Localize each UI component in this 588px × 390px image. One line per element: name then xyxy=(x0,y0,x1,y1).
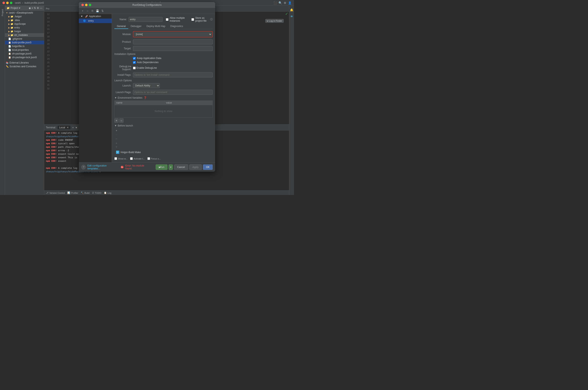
before-launch-down-btn[interactable]: ▼ xyxy=(114,145,118,149)
error-text: Error: No module found. xyxy=(125,164,151,170)
store-as-project-label: Store as project file xyxy=(195,16,209,22)
modal-min-btn[interactable] xyxy=(85,4,88,6)
minimize-button[interactable] xyxy=(6,2,9,4)
install-flags-input[interactable] xyxy=(133,72,213,77)
product-input[interactable] xyxy=(133,39,213,44)
env-expand-icon[interactable]: ▼ xyxy=(114,96,117,99)
maximize-button[interactable] xyxy=(10,2,12,4)
finder-icon[interactable]: ⬛ xyxy=(273,1,277,4)
root-item[interactable]: ▼ ceshi ~/Desktop/ceshi xyxy=(5,11,44,15)
ok-button[interactable]: OK xyxy=(203,164,213,170)
terminal-options-btn[interactable]: ▾ xyxy=(76,126,77,129)
keep-app-data-row: Keep Application Data xyxy=(114,57,213,60)
modal-tabs: General Debugger Deploy Multi Hap Diagno… xyxy=(114,24,213,29)
copy-config-btn[interactable]: ⎘ xyxy=(90,9,95,13)
tree-item-hvigor2[interactable]: ▶ 📁 hvigor xyxy=(5,30,44,33)
store-info-icon[interactable]: ⓘ xyxy=(210,18,213,21)
tab-diagnostics[interactable]: Diagnostics xyxy=(168,24,186,29)
tree-item-hvigor[interactable]: ▶ 📁 .hvigor xyxy=(5,15,44,18)
before-launch-item[interactable]: H Hvigor-Build Make xyxy=(114,150,213,155)
auto-deps-checkbox[interactable] xyxy=(133,61,136,64)
tree-item-scratches[interactable]: ✏️ Scratches and Consoles xyxy=(5,65,44,68)
tab-debugger[interactable]: Debugger xyxy=(128,24,144,29)
launch-flags-input[interactable] xyxy=(133,90,213,95)
log-in-finder-button[interactable]: w Log in Finder xyxy=(265,19,284,23)
name-input[interactable] xyxy=(129,17,162,22)
before-launch-edit-btn[interactable]: ✏ xyxy=(114,137,118,141)
status-todo[interactable]: ☑ TODO xyxy=(92,192,102,194)
install-flags-row: Install Flags: xyxy=(114,72,213,77)
term-err-1: npm ERR! xyxy=(46,132,57,134)
before-launch-up-btn[interactable]: ▲ xyxy=(114,141,118,145)
modal-tree-entry[interactable]: 🔵 entry xyxy=(79,19,112,23)
module-select[interactable]: [none] xyxy=(134,32,212,37)
tree-item-idea[interactable]: ▶ 📁 .idea xyxy=(5,18,44,22)
label-appscope: AppScope xyxy=(14,22,26,25)
modal-tree-application[interactable]: ▼ 🚀 Application xyxy=(79,14,112,19)
tree-item-build-profile[interactable]: 📋 build-profile.json5 xyxy=(5,41,44,44)
run-button[interactable]: ▶ Run xyxy=(156,164,167,170)
tab-deploy-multi-hap[interactable]: Deploy Multi Hap xyxy=(144,24,168,29)
tree-item-appscope[interactable]: ▶ 📁 AppScope xyxy=(5,22,44,26)
right-sidebar: 🔔 👁 xyxy=(289,6,294,195)
save-config-btn[interactable]: 💾 xyxy=(95,9,100,13)
collapse-icon[interactable]: ⇅ xyxy=(34,7,36,9)
modal-close-btn[interactable] xyxy=(81,4,84,6)
tree-item-gitignore[interactable]: 📄 .gitignore xyxy=(5,37,44,41)
help-question-btn[interactable]: ? xyxy=(81,165,86,169)
activate-checkbox[interactable] xyxy=(130,157,133,160)
activate-label: Activate t... xyxy=(130,157,145,160)
tree-item-local-props[interactable]: 📄 local.properties xyxy=(5,48,44,52)
close-button[interactable] xyxy=(2,2,5,4)
tree-item-oh-package[interactable]: 📋 oh-package.json5 xyxy=(5,52,44,55)
terminal-tab-local[interactable]: Local ✕ xyxy=(57,126,71,129)
cancel-button[interactable]: Cancel xyxy=(174,164,188,170)
minimize-icon[interactable]: — xyxy=(40,7,42,9)
scope-icon[interactable]: ◉ xyxy=(29,7,31,9)
tree-item-external-libs[interactable]: 📚 External Libraries xyxy=(5,61,44,65)
sort-config-btn[interactable]: ⇅ xyxy=(100,9,105,13)
launch-select[interactable]: Default Ability xyxy=(133,83,160,88)
allow-multiple-row: Allow multiple instances xyxy=(166,16,188,22)
before-launch-expand[interactable]: ▼ xyxy=(114,124,117,127)
tree-item-hvigorfile[interactable]: 📄 hvigorfile.ts xyxy=(5,44,44,48)
status-version-control[interactable]: ⎇ Version Control xyxy=(46,192,65,194)
project-vertical-tab[interactable]: Project xyxy=(0,7,4,18)
add-terminal-btn[interactable]: + xyxy=(72,126,74,129)
remove-config-btn[interactable]: – xyxy=(85,9,90,13)
env-help-icon[interactable]: ❓ xyxy=(144,96,147,99)
env-add-btn[interactable]: + xyxy=(114,118,118,123)
run-dropdown-btn[interactable]: ▾ xyxy=(169,164,173,170)
tree-item-entry[interactable]: ▶ 📁 entry xyxy=(5,26,44,30)
tree-item-oh-modules[interactable]: ▶ 📁 oh_modules xyxy=(5,33,44,37)
tree-item-oh-package-lock[interactable]: 📋 oh-package-lock.json5 xyxy=(5,55,44,59)
search-icon[interactable]: 🔍 xyxy=(278,1,282,4)
preview-icon[interactable]: 👁 xyxy=(289,14,294,19)
show-window-checkbox[interactable] xyxy=(114,157,117,160)
dropdown-arrow[interactable]: ▾ xyxy=(19,7,20,9)
tab-general[interactable]: General xyxy=(114,24,128,29)
edit-templates-link[interactable]: Edit configuration templates... xyxy=(87,164,119,170)
before-launch-remove-btn[interactable]: – xyxy=(114,133,118,137)
status-log[interactable]: 📋 Log xyxy=(104,192,111,194)
before-launch-add-btn[interactable]: + xyxy=(114,128,118,133)
list-icon[interactable]: ≡ xyxy=(32,7,33,9)
store-as-project-checkbox[interactable] xyxy=(191,18,194,21)
terminal-tab-close[interactable]: ✕ xyxy=(67,126,69,129)
settings-icon[interactable]: ⚙ xyxy=(284,1,286,4)
allow-multiple-checkbox[interactable] xyxy=(166,18,168,21)
env-remove-btn[interactable]: – xyxy=(119,118,123,123)
enable-debugline-checkbox[interactable] xyxy=(133,67,136,69)
target-label: Target: xyxy=(114,47,133,50)
apply-button[interactable]: Apply xyxy=(189,164,202,170)
user-icon[interactable]: 👤 xyxy=(288,1,292,4)
status-profiler[interactable]: 📊 Profiler xyxy=(67,192,78,194)
keep-app-data-checkbox[interactable] xyxy=(133,57,136,60)
status-build[interactable]: 🔨 Build xyxy=(81,192,89,194)
target-input[interactable] xyxy=(133,46,213,51)
gear-icon[interactable]: ⚙ xyxy=(37,7,39,9)
notifications-icon[interactable]: 🔔 xyxy=(289,7,294,12)
modal-max-btn[interactable] xyxy=(89,4,91,6)
focus-checkbox[interactable] xyxy=(147,157,150,160)
add-config-btn[interactable]: + xyxy=(81,9,85,13)
